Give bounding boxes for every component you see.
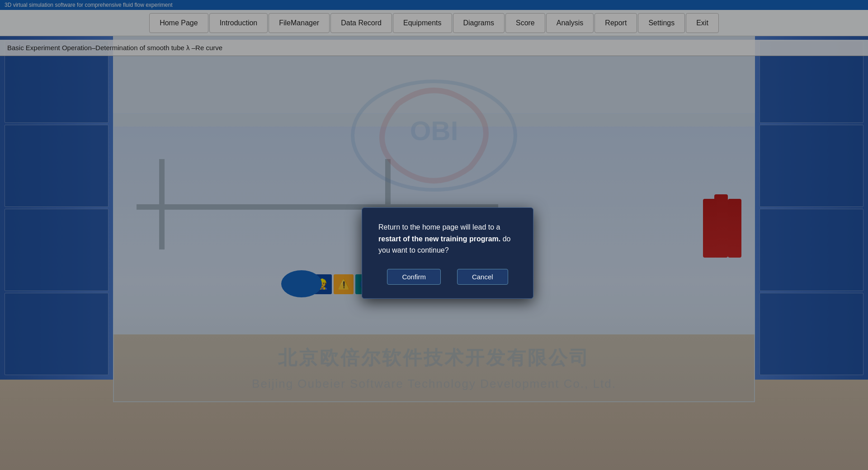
confirm-button[interactable]: Confirm <box>387 269 441 285</box>
dialog-message: Return to the home page will lead to a r… <box>378 221 517 256</box>
dialog-text-part1: Return to the home page will lead to a <box>378 223 500 231</box>
dialog-text-bold: restart of the new training program. <box>378 235 500 243</box>
confirm-dialog: Return to the home page will lead to a r… <box>362 207 533 299</box>
cancel-button[interactable]: Cancel <box>457 269 508 285</box>
dialog-buttons: Confirm Cancel <box>378 269 517 285</box>
dialog-overlay: Return to the home page will lead to a r… <box>0 0 868 470</box>
